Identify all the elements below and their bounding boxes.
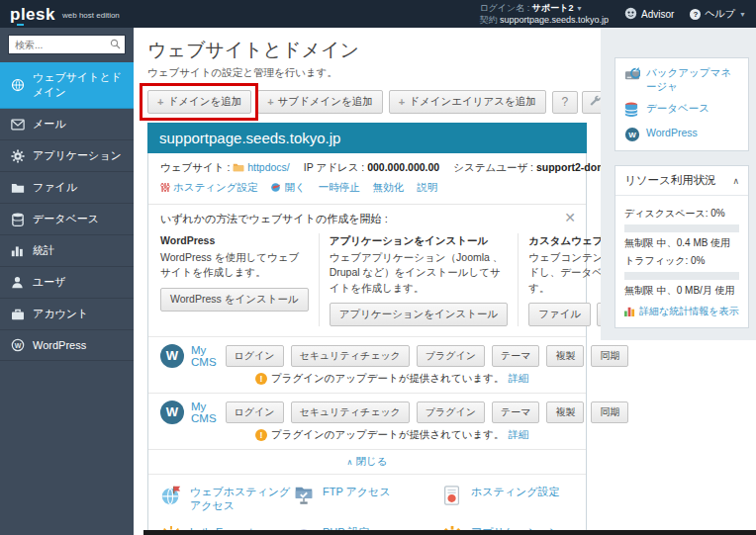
hosting-settings-link[interactable]: ホスティング設定 [173, 181, 257, 195]
ip-value: 000.000.000.00 [367, 161, 439, 173]
cms-details-link[interactable]: 詳細 [508, 372, 528, 386]
install-wordpress-button[interactable]: WordPress をインストール [160, 288, 309, 312]
cms-plugins-button[interactable]: プラグイン [417, 401, 485, 423]
cms-security-check-button[interactable]: セキュリティチェック [291, 401, 410, 423]
databases-link[interactable]: データベース [624, 102, 739, 118]
sidebar-item-applications[interactable]: アプリケーション [0, 140, 134, 172]
httpdocs-link[interactable]: httpdocs/ [247, 161, 290, 173]
description-link[interactable]: 説明 [417, 181, 437, 195]
cms-themes-button[interactable]: テーマ [492, 401, 539, 423]
cms-login-button[interactable]: ログイン [226, 401, 284, 423]
sidebar-item-files[interactable]: ファイル [0, 172, 134, 204]
cms-site-link[interactable]: My CMS [191, 401, 217, 424]
wrench-icon [588, 94, 601, 110]
files-button[interactable]: ファイル [528, 303, 591, 326]
svg-text:W: W [628, 131, 636, 139]
grid-item-web-hosting-access[interactable]: ウェブホスティングアクセス [160, 485, 293, 513]
cms-plugins-button[interactable]: プラグイン [417, 345, 485, 367]
cms-themes-button[interactable]: テーマ [492, 345, 539, 367]
backup-manager-icon [624, 66, 640, 82]
wordpress-link[interactable]: W WordPress [624, 127, 739, 142]
install-application-button[interactable]: アプリケーションをインストール [330, 303, 509, 326]
domain-banner: supportpage.seeds.tokyo.jp [147, 123, 587, 153]
cms-site-link[interactable]: My CMS [191, 344, 217, 368]
disable-link[interactable]: 無効化 [373, 181, 405, 195]
tool-grid: ウェブホスティングアクセス FTP アクセス ホスティング設定 Let's En… [148, 474, 586, 535]
sidebar-item-statistics[interactable]: 統計 [0, 235, 134, 267]
collapse-row: ∧ 閉じる [148, 449, 586, 474]
main-content: ウェブサイトとドメイン ウェブサイトの設定と管理を行います。 +ドメインを追加 … [134, 28, 601, 535]
web-hosting-access-icon [160, 485, 182, 506]
logo-underline [17, 24, 24, 26]
window-bottom-edge [143, 530, 756, 535]
add-domain-button[interactable]: +ドメインを追加 [147, 90, 251, 114]
cms-login-button[interactable]: ログイン [226, 345, 284, 367]
wordpress-icon: W [160, 401, 184, 424]
hosting-settings-icon [160, 182, 170, 195]
chevron-up-icon: ∧ [732, 176, 739, 186]
grid-item-hosting-settings[interactable]: ホスティング設定 [441, 485, 574, 513]
help-menu[interactable]: ? ヘルプ ▼ [690, 7, 746, 21]
search-input[interactable] [8, 35, 126, 54]
quick-links-panel: バックアップマネージャ データベース W WordPress [614, 57, 749, 151]
sidebar-item-databases[interactable]: データベース [0, 204, 134, 235]
plus-icon: + [267, 97, 273, 108]
cms-security-check-button[interactable]: セキュリティチェック [291, 345, 410, 367]
plus-icon: + [399, 97, 405, 108]
ip-label: IP アドレス : [304, 161, 364, 173]
add-subdomain-button[interactable]: +サブドメインを追加 [257, 90, 383, 114]
resource-usage-header[interactable]: リソース利用状況 ∧ [615, 166, 748, 196]
cms-clone-button[interactable]: 複製 [546, 345, 584, 367]
traffic-bar [624, 272, 739, 280]
sidebar-item-users[interactable]: ユーザ [0, 267, 134, 299]
advisor-button[interactable]: Advisor [624, 7, 674, 22]
mail-icon [10, 119, 25, 131]
cms-details-link[interactable]: 詳細 [508, 428, 528, 442]
cms-clone-button[interactable]: 複製 [546, 401, 584, 423]
sidebar-item-account[interactable]: アカウント [0, 299, 134, 330]
open-site-icon [270, 182, 281, 195]
toolbar: +ドメインを追加 +サブドメインを追加 +ドメインエイリアスを追加 ? [147, 90, 587, 114]
cms-warning-text: プラグインのアップデートが提供されています。 [271, 428, 504, 442]
website-label: ウェブサイト : [160, 161, 230, 173]
gear-icon [10, 149, 25, 163]
grid-item-ftp-access[interactable]: FTP アクセス [293, 485, 441, 513]
detailed-stats-link[interactable]: 詳細な統計情報を表示 [624, 305, 739, 318]
database-icon [624, 102, 640, 118]
suspend-link[interactable]: 一時停止 [319, 181, 360, 195]
traffic-label: トラフィック: 0% [624, 254, 739, 268]
cms-warning-text: プラグインのアップデートが提供されています。 [271, 372, 504, 386]
left-sidebar: ウェブサイトとドメイン メール アプリケーション ファイル データベース 統計 … [0, 28, 134, 535]
add-domain-alias-button[interactable]: +ドメインエイリアスを追加 [389, 90, 546, 114]
cms-row: W My CMS ログイン セキュリティチェック プラグイン テーマ 複製 同期… [148, 393, 586, 449]
sidebar-item-websites-domains[interactable]: ウェブサイトとドメイン [0, 62, 134, 109]
sidebar-item-wordpress[interactable]: W WordPress [0, 330, 134, 361]
collapse-link[interactable]: ∧ 閉じる [347, 455, 388, 467]
cms-sync-button[interactable]: 同期 [591, 401, 628, 423]
wordpress-icon: W [10, 338, 25, 352]
open-link[interactable]: 開く [284, 181, 305, 195]
wordpress-icon: W [160, 344, 184, 368]
ftp-access-icon [293, 485, 315, 506]
wordpress-icon: W [624, 127, 640, 142]
folder-icon [233, 161, 244, 173]
right-sidebar: バックアップマネージャ データベース W WordPress リソース利用状況 … [601, 28, 756, 340]
plus-icon: + [157, 97, 163, 108]
cms-row: W My CMS ログイン セキュリティチェック プラグイン テーマ 複製 同期… [148, 336, 586, 393]
question-icon: ? [561, 95, 568, 109]
start-col-wordpress: WordPress WordPress を使用してウェブサイトを作成します。 W… [160, 233, 319, 326]
search-icon [110, 39, 121, 51]
traffic-note: 無制限 中、0 MB/月 使用 [624, 284, 739, 298]
backup-manager-link[interactable]: バックアップマネージャ [624, 66, 739, 93]
caret-down-icon: ▼ [576, 5, 583, 12]
start-heading: いずれかの方法でウェブサイトの作成を開始 : [160, 212, 574, 226]
hosting-settings-icon [441, 485, 463, 506]
mini-chart-icon [624, 306, 635, 318]
sidebar-item-mail[interactable]: メール [0, 109, 134, 140]
login-name-label: ログイン名 : [479, 3, 529, 13]
close-icon[interactable]: ✕ [564, 211, 576, 224]
cms-sync-button[interactable]: 同期 [591, 345, 628, 367]
contract-domain: supportpage.seeds.tokyo.jp [500, 15, 609, 25]
help-button[interactable]: ? [552, 91, 578, 114]
login-user-menu[interactable]: サポート2 [532, 3, 574, 13]
